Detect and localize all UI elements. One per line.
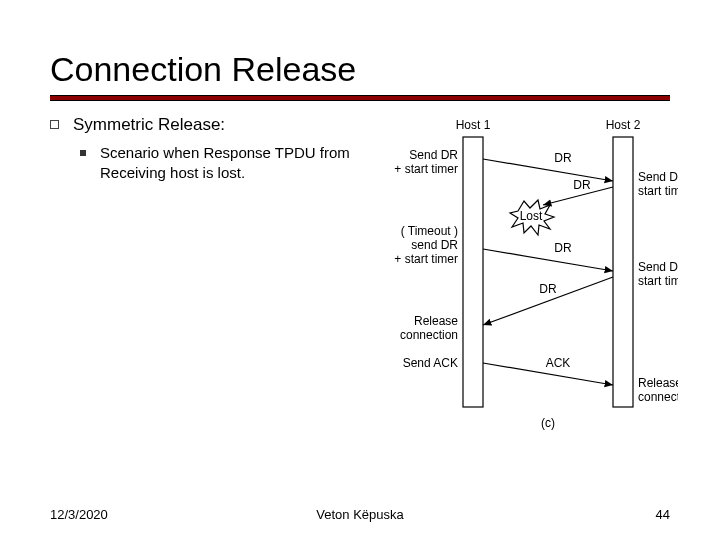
h2-release-1: Release [638, 376, 678, 390]
host2-label: Host 2 [606, 118, 641, 132]
text-column: Symmetric Release: Scenario when Respons… [50, 115, 350, 439]
h1-send-dr-1b: + start timer [394, 162, 458, 176]
bullet-2-text: Scenario when Response TPDU from Receivi… [100, 143, 350, 184]
h2-send-dr-2a: Send DR & [638, 260, 678, 274]
lost-label: Lost [520, 209, 543, 223]
diagram-caption: (c) [541, 416, 555, 430]
host1-label: Host 1 [456, 118, 491, 132]
h1-send-ack: Send ACK [403, 356, 458, 370]
h1-release-2: connection [400, 328, 458, 342]
label-dr-lost: DR [573, 178, 591, 192]
label-ack: ACK [546, 356, 571, 370]
square-bullet-icon [50, 120, 59, 129]
footer-date: 12/3/2020 [50, 507, 108, 522]
h2-release-2: connection [638, 390, 678, 404]
bullet-level-2: Scenario when Response TPDU from Receivi… [80, 143, 350, 184]
h2-send-dr-1a: Send DR & [638, 170, 678, 184]
h2-send-dr-1b: start timer [638, 184, 678, 198]
bullet-1-text: Symmetric Release: [73, 115, 225, 135]
label-dr-1: DR [554, 151, 572, 165]
protocol-diagram: Host 1 Host 2 Send DR + start timer ( Ti… [368, 115, 678, 435]
h1-send-dr-1a: Send DR [409, 148, 458, 162]
host1-timeline [463, 137, 483, 407]
label-dr-2: DR [554, 241, 572, 255]
content-row: Symmetric Release: Scenario when Respons… [50, 115, 670, 439]
bullet-level-1: Symmetric Release: [50, 115, 350, 135]
slide-title: Connection Release [50, 50, 670, 89]
arrow-dr-1 [483, 159, 613, 181]
footer-page-number: 44 [656, 507, 670, 522]
title-underline [50, 95, 670, 101]
footer-author: Veton Këpuska [316, 507, 403, 522]
h1-timeout-2b: + start timer [394, 252, 458, 266]
solid-bullet-icon [80, 150, 86, 156]
h1-release-1: Release [414, 314, 458, 328]
h1-timeout-1: ( Timeout ) [401, 224, 458, 238]
host2-timeline [613, 137, 633, 407]
h2-send-dr-2b: start timer [638, 274, 678, 288]
h1-timeout-2a: send DR [411, 238, 458, 252]
slide-footer: 12/3/2020 Veton Këpuska 44 [50, 507, 670, 522]
arrow-dr-2 [483, 249, 613, 271]
diagram-column: Host 1 Host 2 Send DR + start timer ( Ti… [368, 115, 678, 439]
label-dr-3: DR [539, 282, 557, 296]
